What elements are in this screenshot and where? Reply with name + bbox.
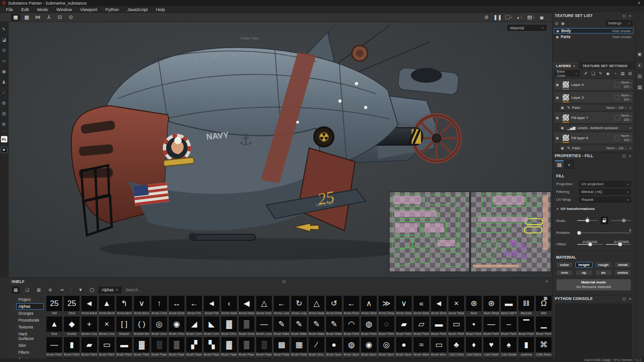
uv-grid-icon[interactable]: ▦	[11, 14, 20, 21]
shelf-resource[interactable]: ← Arrow Roun…	[344, 296, 359, 315]
shelf-resource[interactable]: ∨ Arrow Bord…	[134, 296, 150, 315]
shelf-resource[interactable]: ◆ bomba	[64, 317, 80, 335]
smudge-tool[interactable]: ◉	[1, 68, 7, 74]
shelf-category[interactable]: Filters	[16, 349, 44, 356]
shelf-resource[interactable]: ░ Brush Pape…	[256, 337, 272, 356]
shelf-resource[interactable]: ⌘ Celtic Branch	[536, 337, 552, 356]
eye-icon[interactable]: ◉	[556, 83, 560, 87]
history-panel-icon[interactable]: ◷	[637, 73, 643, 79]
settings-tool[interactable]: ⚙	[1, 121, 7, 127]
shelf-resource[interactable]: △ Arrow Inset…	[256, 296, 272, 315]
menu-mode[interactable]: Mode	[33, 6, 52, 13]
shelf-resource[interactable]: ◎ Brush Circul…	[151, 317, 167, 335]
texture-set-settings-dropdown[interactable]: Settings ∨	[606, 20, 632, 26]
channel-toggle[interactable]: nrm	[556, 270, 573, 276]
window-close-icon[interactable]: ×	[636, 0, 642, 6]
shelf-resource[interactable]: ◢ Brush Corner	[186, 317, 202, 335]
shelf-resource[interactable]: ↻ Arrow Loop	[291, 296, 307, 315]
shelf-resource[interactable]: ♣ Card Clubs	[448, 337, 464, 356]
shelf-resource[interactable]: ← Arrow Long	[274, 296, 289, 315]
mask-thumbnail[interactable]	[615, 82, 620, 87]
tab-material-properties[interactable]: ◐	[565, 160, 574, 169]
shelf-resource[interactable]: ↰ Arrow Bent	[116, 296, 132, 315]
shelf-resource[interactable]: ▒ Brush Goua…	[239, 317, 254, 335]
menu-javascript[interactable]: JavaScript	[123, 6, 152, 13]
eye-icon[interactable]: ◉	[556, 136, 560, 140]
shelf-resource[interactable]: ▪ Brush Paint…	[466, 317, 482, 335]
uv-wrap-dropdown[interactable]: Repeat∨	[579, 197, 631, 203]
shelf-resource[interactable]: ◄ Arrow Flat	[204, 296, 219, 315]
shelf-resource[interactable]: ░ Brush Pape…	[151, 337, 167, 356]
paint-tool[interactable]: ✎	[1, 26, 7, 32]
shelf-resource[interactable]: ∨ Arrow Simpl…	[396, 296, 412, 315]
shelf-category[interactable]: Alphas	[16, 303, 44, 310]
lock-icon[interactable]	[601, 217, 608, 224]
photoshop-link-icon[interactable]: Ps	[1, 136, 7, 142]
shelf-resource[interactable]: 25 25A	[46, 296, 62, 315]
menu-python[interactable]: Python	[101, 6, 123, 13]
disable-paint-icon[interactable]: ⊘	[482, 14, 491, 21]
remove-effect-icon[interactable]: ×	[629, 126, 632, 130]
shelf-resource[interactable]: ♦ Card Diamo…	[466, 337, 482, 356]
polygon-fill-tool[interactable]: ▱	[1, 57, 7, 64]
shelf-resource[interactable]: ▞ Brush Pape…	[186, 337, 202, 356]
pause-engine-icon[interactable]: ❚❚	[493, 14, 502, 21]
shelf-category[interactable]: Skin	[16, 342, 44, 349]
eye-icon[interactable]: ◉	[556, 116, 560, 120]
grid-view-toggle-icon[interactable]: ▦	[543, 296, 547, 300]
shelf-resource[interactable]: ● Brush Spon…	[326, 337, 342, 356]
mask-thumbnail[interactable]	[615, 115, 620, 120]
channel-toggle[interactable]: rough	[595, 262, 612, 268]
shelf-resource[interactable]: ▩ Brush Pastel	[274, 337, 289, 356]
layer-effect-row[interactable]: ◉ ▁▄▆ Levels - Ambient occlusion ×	[559, 124, 633, 131]
shelf-resource[interactable]: ▱ Brush Paint…	[414, 317, 429, 335]
scale-u-slider[interactable]: 1	[577, 220, 598, 221]
close-icon[interactable]: ×	[627, 154, 632, 158]
shelf-resource[interactable]: ▁ Brush Paint…	[536, 317, 552, 335]
shelf-resource[interactable]: ≫ Arrow Simpl…	[379, 296, 394, 315]
shelf-resource[interactable]: ▓ Brush Pape…	[221, 337, 237, 356]
uv-grid-alt-icon[interactable]: ▩	[22, 14, 31, 21]
shelf-resource[interactable]: ◄ Arrow Simpl…	[431, 296, 447, 315]
save-shelf-icon[interactable]: ▥	[34, 286, 43, 294]
add-effect-icon[interactable]: ✐	[583, 71, 589, 76]
tab-layers[interactable]: LAYERS ×	[552, 62, 579, 69]
shelf-resource[interactable]: ▦ Brush Paste…	[291, 337, 307, 356]
menu-edit[interactable]: Edit	[17, 6, 33, 13]
material-picker-tool[interactable]: ∕	[1, 89, 7, 96]
material-mode-selector[interactable]: Material mode No Resource Selected	[556, 279, 631, 291]
channel-toggle[interactable]: emiss	[615, 270, 631, 276]
layer-effect-row[interactable]: ◉ ✎ Paint Norm ∨ 100 ∨ ×	[559, 145, 633, 151]
add-fill-layer-icon[interactable]: ❏	[590, 71, 596, 76]
shelf-resource[interactable]: ▒ Brush Pape…	[239, 337, 254, 356]
shelf-resource[interactable]: – Brush Paint…	[501, 317, 517, 335]
close-icon[interactable]: ×	[627, 297, 632, 301]
shelf-resource[interactable]: [ ] Bracket	[116, 317, 132, 335]
eye-icon[interactable]: ◉	[556, 96, 560, 100]
shelf-resource[interactable]: ▬ Band Half R…	[501, 296, 517, 315]
shelf-resource[interactable]: ✎ Brush Make…	[309, 317, 324, 335]
shelf-resource[interactable]: ◄ Arrow Band	[81, 296, 97, 315]
layer-row[interactable]: ◉ Fill layer 7 Norm ∨ 100 ∨	[554, 112, 633, 124]
shelf-resource[interactable]: — Brush Long…	[256, 317, 272, 335]
scale-v-slider[interactable]	[611, 220, 632, 221]
close-icon[interactable]: ×	[573, 64, 575, 68]
layer-row[interactable]: ◉ Layer 3 Norm ∨ 100 ∨	[554, 91, 633, 103]
geometry-mask-tool[interactable]: ⊞	[1, 110, 7, 117]
shading-mode-dropdown[interactable]: Material ∨	[507, 25, 546, 31]
shelf-resource[interactable]: ▔ Brush Paint…	[518, 317, 534, 335]
remove-effect-icon[interactable]: ×	[629, 146, 632, 150]
shelf-resource[interactable]: ▲ Arrow Bend…	[99, 296, 115, 315]
add-folder-icon[interactable]: ▤	[620, 71, 626, 76]
shelf-category[interactable]: Project	[16, 296, 44, 303]
clone-tool[interactable]: ♟	[1, 79, 7, 85]
shelf-resource[interactable]: ♥ Card Heart	[483, 337, 499, 356]
shelf-resource[interactable]: ‖‖ Barcode	[518, 296, 534, 315]
shelf-resource[interactable]: ✎ Brush Maker	[274, 317, 289, 335]
channel-filter-dropdown[interactable]: Base Color ∨	[554, 70, 580, 76]
shelf-resource[interactable]: ⊛ Atom Simple	[483, 296, 499, 315]
shelf-resource[interactable]: — Brush Paint…	[483, 317, 499, 335]
import-resources-icon[interactable]: ❏	[23, 286, 31, 294]
shelf-resource[interactable]: ✎ Brush Make…	[326, 317, 342, 335]
unlink-icon[interactable]: ⊘	[46, 286, 54, 294]
